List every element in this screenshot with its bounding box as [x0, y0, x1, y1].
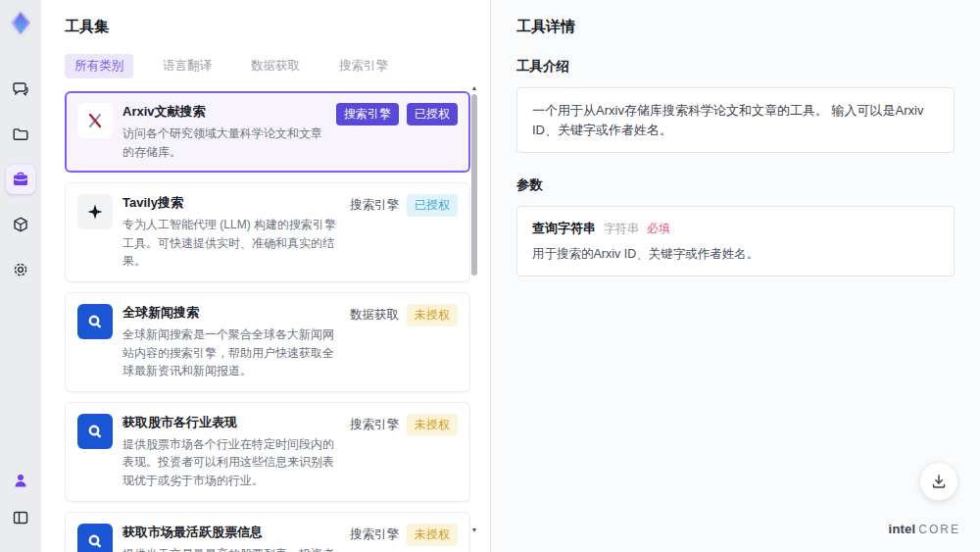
tool-card-global-news[interactable]: 全球新闻搜索 全球新闻搜索是一个聚合全球各大新闻网站内容的搜索引擎，帮助用户快速…	[65, 292, 470, 392]
cube-icon	[12, 216, 29, 233]
download-icon	[930, 473, 948, 490]
sidebar-bottom-group	[6, 466, 35, 540]
sidebar-item-files[interactable]	[6, 120, 35, 149]
intro-box: 一个用于从Arxiv存储库搜索科学论文和文章的工具。 输入可以是Arxiv ID…	[516, 87, 955, 153]
category-tabs: 所有类别 语言翻译 数据获取 搜索引擎	[65, 54, 490, 78]
tool-title: 获取市场最活跃股票信息	[122, 524, 340, 541]
folder-icon	[12, 125, 29, 143]
auth-status-badge: 已授权	[407, 194, 458, 217]
params-heading: 参数	[516, 176, 955, 194]
scroll-down-icon[interactable]: ▼	[470, 527, 478, 534]
category-label: 数据获取	[350, 307, 399, 324]
sidebar-item-panel-toggle[interactable]	[6, 503, 35, 532]
scrollbar-thumb[interactable]	[471, 94, 477, 276]
category-label: 搜索引擎	[350, 527, 399, 543]
param-required-flag: 必填	[647, 221, 670, 237]
sidebar-item-settings[interactable]	[6, 255, 35, 284]
blue-search-icon	[77, 304, 113, 339]
intro-heading: 工具介绍	[516, 58, 955, 75]
tool-card-arxiv[interactable]: Arxiv文献搜索 访问各个研究领域大量科学论文和文章的存储库。 搜索引擎 已授…	[65, 91, 470, 173]
tool-description: 访问各个研究领域大量科学论文和文章的存储库。	[122, 125, 326, 161]
app-logo-icon	[8, 10, 33, 35]
blue-search-icon	[77, 414, 113, 449]
param-box: 查询字符串 字符串 必填 用于搜索的Arxiv ID、关键字或作者姓名。	[516, 206, 955, 276]
tool-title: Tavily搜索	[122, 194, 340, 212]
tool-details-panel: 工具详情 工具介绍 一个用于从Arxiv存储库搜索科学论文和文章的工具。 输入可…	[490, 0, 980, 552]
category-label: 搜索引擎	[350, 197, 399, 214]
param-description: 用于搜索的Arxiv ID、关键字或作者姓名。	[532, 246, 939, 263]
chat-icon	[12, 80, 29, 98]
tool-description: 全球新闻搜索是一个聚合全球各大新闻网站内容的搜索引擎，帮助用户快速获取全球最新资…	[122, 326, 340, 380]
tool-title: 全球新闻搜索	[122, 304, 340, 322]
sidebar-rail	[0, 0, 41, 552]
blue-search-icon	[77, 524, 113, 552]
download-button[interactable]	[919, 462, 958, 501]
tool-card-sector-performance[interactable]: 获取股市各行业表现 提供股票市场各个行业在特定时间段内的表现。投资者可以利用这些…	[65, 402, 470, 502]
sidebar-item-chat[interactable]	[6, 75, 35, 104]
auth-status-badge: 未授权	[407, 304, 458, 326]
page-title: 工具集	[65, 18, 490, 36]
scroll-up-icon[interactable]: ▲	[470, 84, 478, 92]
tab-data-fetch[interactable]: 数据获取	[241, 54, 310, 78]
tool-description: 提供股票市场各个行业在特定时间段内的表现。投资者可以利用这些信息来识别表现优于或…	[122, 435, 340, 490]
intel-wordmark: intel	[889, 522, 916, 536]
user-icon	[12, 472, 29, 489]
tool-description: 提供当天交易量最高的股票列表。投资者可以利用这些信息来识别流动性强的股票和潜在的…	[122, 545, 340, 552]
tool-card-active-stocks[interactable]: 获取市场最活跃股票信息 提供当天交易量最高的股票列表。投资者可以利用这些信息来识…	[65, 512, 470, 552]
list-scrollbar[interactable]: ▲ ▼	[470, 84, 478, 546]
tab-all-categories[interactable]: 所有类别	[65, 54, 133, 78]
arxiv-icon	[77, 103, 113, 138]
tool-card-tavily[interactable]: Tavily搜索 专为人工智能代理 (LLM) 构建的搜索引擎工具。可快速提供实…	[65, 182, 470, 282]
briefcase-icon	[12, 171, 29, 188]
auth-status-badge: 未授权	[407, 414, 458, 436]
category-label: 搜索引擎	[350, 417, 399, 433]
tool-description: 专为人工智能代理 (LLM) 构建的搜索引擎工具。可快速提供实时、准确和真实的结…	[122, 216, 340, 271]
gear-icon	[12, 261, 29, 278]
tool-title: Arxiv文献搜索	[122, 103, 326, 121]
core-wordmark: CORE	[918, 523, 960, 536]
sidebar-item-models[interactable]	[6, 210, 35, 239]
panel-toggle-icon	[12, 509, 29, 527]
intro-text: 一个用于从Arxiv存储库搜索科学论文和文章的工具。 输入可以是Arxiv ID…	[532, 101, 939, 139]
param-name: 查询字符串	[532, 220, 596, 237]
details-title: 工具详情	[516, 18, 955, 36]
intel-core-logo: intel CORE	[889, 522, 960, 536]
tool-card-list: Arxiv文献搜索 访问各个研究领域大量科学论文和文章的存储库。 搜索引擎 已授…	[65, 91, 470, 552]
param-type: 字符串	[604, 221, 639, 237]
tavily-star-icon	[77, 194, 113, 229]
sidebar-item-user[interactable]	[6, 466, 35, 495]
auth-status-badge: 未授权	[407, 524, 458, 546]
tab-search-engine[interactable]: 搜索引擎	[329, 54, 398, 78]
auth-status-badge: 已授权	[407, 103, 458, 125]
tab-language-translation[interactable]: 语言翻译	[153, 54, 221, 78]
category-badge: 搜索引擎	[336, 103, 399, 125]
tools-list-panel: 工具集 所有类别 语言翻译 数据获取 搜索引擎 Arxiv文献搜索 访问各个研究…	[41, 0, 490, 552]
sidebar-item-tools[interactable]	[6, 165, 35, 194]
app-window: 工具集 所有类别 语言翻译 数据获取 搜索引擎 Arxiv文献搜索 访问各个研究…	[0, 0, 980, 552]
tool-title: 获取股市各行业表现	[122, 414, 340, 431]
